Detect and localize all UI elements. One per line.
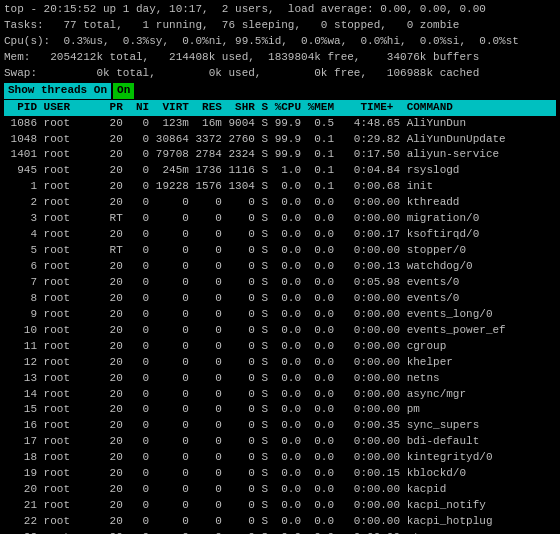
table-row[interactable]: 22 root 20 0 0 0 0 S 0.0 0.0 0:00.00 kac… [4, 514, 556, 530]
show-threads-label[interactable]: Show threads On [4, 83, 111, 99]
table-row[interactable]: 14 root 20 0 0 0 0 S 0.0 0.0 0:00.00 asy… [4, 387, 556, 403]
table-row[interactable]: 16 root 20 0 0 0 0 S 0.0 0.0 0:00.35 syn… [4, 418, 556, 434]
table-row[interactable]: 8 root 20 0 0 0 0 S 0.0 0.0 0:00.00 even… [4, 291, 556, 307]
table-row[interactable]: 6 root 20 0 0 0 0 S 0.0 0.0 0:00.13 watc… [4, 259, 556, 275]
table-row[interactable]: 21 root 20 0 0 0 0 S 0.0 0.0 0:00.00 kac… [4, 498, 556, 514]
process-list: 1086 root 20 0 123m 16m 9004 S 99.9 0.5 … [4, 116, 556, 534]
table-row[interactable]: 4 root 20 0 0 0 0 S 0.0 0.0 0:00.17 ksof… [4, 227, 556, 243]
table-row[interactable]: 3 root RT 0 0 0 0 S 0.0 0.0 0:00.00 migr… [4, 211, 556, 227]
table-row[interactable]: 945 root 20 0 245m 1736 1116 S 1.0 0.1 0… [4, 163, 556, 179]
table-row[interactable]: 11 root 20 0 0 0 0 S 0.0 0.0 0:00.00 cgr… [4, 339, 556, 355]
table-row[interactable]: 13 root 20 0 0 0 0 S 0.0 0.0 0:00.00 net… [4, 371, 556, 387]
table-row[interactable]: 1048 root 20 0 30864 3372 2760 S 99.9 0.… [4, 132, 556, 148]
table-row[interactable]: 20 root 20 0 0 0 0 S 0.0 0.0 0:00.00 kac… [4, 482, 556, 498]
show-threads-bar: Show threads On On [4, 82, 556, 100]
table-row[interactable]: 5 root RT 0 0 0 0 S 0.0 0.0 0:00.00 stop… [4, 243, 556, 259]
table-row[interactable]: 1086 root 20 0 123m 16m 9004 S 99.9 0.5 … [4, 116, 556, 132]
header-line-1: top - 20:15:52 up 1 day, 10:17, 2 users,… [4, 2, 556, 18]
table-row[interactable]: 9 root 20 0 0 0 0 S 0.0 0.0 0:00.00 even… [4, 307, 556, 323]
table-row[interactable]: 7 root 20 0 0 0 0 S 0.0 0.0 0:05.98 even… [4, 275, 556, 291]
table-row[interactable]: 23 root 20 0 0 0 0 S 0.0 0.0 0:00.00 ata… [4, 530, 556, 534]
table-row[interactable]: 1401 root 20 0 79708 2784 2324 S 99.9 0.… [4, 147, 556, 163]
header-line-3: Cpu(s): 0.3%us, 0.3%sy, 0.0%ni, 99.5%id,… [4, 34, 556, 50]
table-header: PID USER PR NI VIRT RES SHR S %CPU %MEM … [4, 100, 556, 116]
table-row[interactable]: 10 root 20 0 0 0 0 S 0.0 0.0 0:00.00 eve… [4, 323, 556, 339]
table-row[interactable]: 2 root 20 0 0 0 0 S 0.0 0.0 0:00.00 kthr… [4, 195, 556, 211]
table-row[interactable]: 19 root 20 0 0 0 0 S 0.0 0.0 0:00.15 kbl… [4, 466, 556, 482]
header-line-2: Tasks: 77 total, 1 running, 76 sleeping,… [4, 18, 556, 34]
header-line-5: Swap: 0k total, 0k used, 0k free, 106988… [4, 66, 556, 82]
terminal-window: top - 20:15:52 up 1 day, 10:17, 2 users,… [0, 0, 560, 534]
table-row[interactable]: 15 root 20 0 0 0 0 S 0.0 0.0 0:00.00 pm [4, 402, 556, 418]
toggle-on-indicator[interactable]: On [113, 83, 134, 99]
table-row[interactable]: 18 root 20 0 0 0 0 S 0.0 0.0 0:00.00 kin… [4, 450, 556, 466]
table-row[interactable]: 1 root 20 0 19228 1576 1304 S 0.0 0.1 0:… [4, 179, 556, 195]
header-line-4: Mem: 2054212k total, 214408k used, 18398… [4, 50, 556, 66]
table-row[interactable]: 17 root 20 0 0 0 0 S 0.0 0.0 0:00.00 bdi… [4, 434, 556, 450]
table-row[interactable]: 12 root 20 0 0 0 0 S 0.0 0.0 0:00.00 khe… [4, 355, 556, 371]
